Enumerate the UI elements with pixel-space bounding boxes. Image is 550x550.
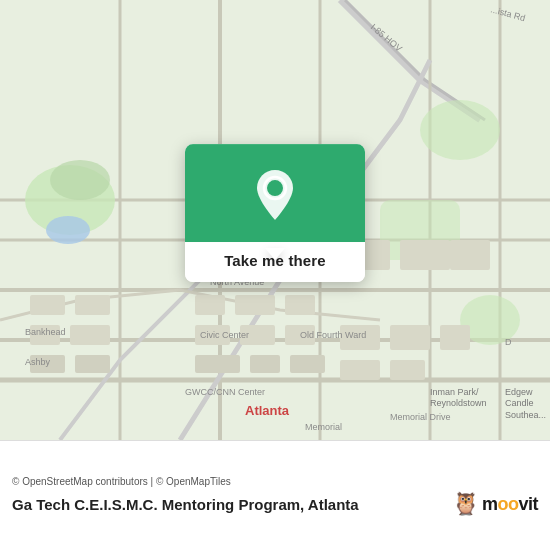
svg-rect-30	[340, 360, 380, 380]
svg-rect-29	[440, 325, 470, 350]
moovit-text: moovit	[482, 494, 538, 515]
location-card: Take me there	[185, 144, 365, 282]
svg-rect-20	[285, 295, 315, 315]
svg-rect-28	[390, 325, 430, 350]
location-title: Ga Tech C.E.I.S.M.C. Mentoring Program, …	[12, 496, 359, 513]
svg-rect-31	[390, 360, 425, 380]
svg-rect-39	[400, 240, 450, 270]
svg-rect-26	[290, 355, 325, 373]
svg-point-13	[50, 160, 110, 200]
svg-text:Atlanta: Atlanta	[245, 403, 290, 418]
moovit-logo: 🦉 moovit	[452, 491, 538, 517]
svg-rect-24	[195, 355, 240, 373]
svg-rect-18	[195, 295, 225, 315]
svg-text:Bankhead: Bankhead	[25, 327, 66, 337]
map-container: I-85 HOV	[0, 0, 550, 440]
svg-rect-25	[250, 355, 280, 373]
map-pin-icon	[253, 168, 297, 222]
svg-text:Old Fourth Ward: Old Fourth Ward	[300, 330, 366, 340]
svg-text:Candle: Candle	[505, 398, 534, 408]
card-green-area	[185, 144, 365, 242]
svg-text:Reynoldstown: Reynoldstown	[430, 398, 487, 408]
svg-text:Memorial Drive: Memorial Drive	[390, 412, 451, 422]
svg-text:Edgew: Edgew	[505, 387, 533, 397]
title-row: Ga Tech C.E.I.S.M.C. Mentoring Program, …	[12, 491, 538, 517]
svg-text:Civic Center: Civic Center	[200, 330, 249, 340]
svg-point-17	[46, 216, 90, 244]
svg-text:Southea...: Southea...	[505, 410, 546, 420]
moovit-owl-icon: 🦉	[452, 491, 479, 517]
svg-point-14	[420, 100, 500, 160]
svg-text:Ashby: Ashby	[25, 357, 51, 367]
svg-text:GWCC/CNN Center: GWCC/CNN Center	[185, 387, 265, 397]
svg-rect-37	[75, 355, 110, 373]
attribution-text: © OpenStreetMap contributors | © OpenMap…	[12, 476, 538, 487]
svg-rect-40	[450, 240, 490, 270]
bottom-bar: © OpenStreetMap contributors | © OpenMap…	[0, 440, 550, 550]
svg-rect-33	[75, 295, 110, 315]
app: I-85 HOV	[0, 0, 550, 550]
card-pointer	[265, 248, 285, 260]
svg-text:Inman Park/: Inman Park/	[430, 387, 479, 397]
svg-rect-35	[70, 325, 110, 345]
svg-point-57	[267, 180, 283, 196]
svg-rect-32	[30, 295, 65, 315]
svg-text:D: D	[505, 337, 512, 347]
svg-text:Memorial: Memorial	[305, 422, 342, 432]
svg-rect-19	[235, 295, 275, 315]
